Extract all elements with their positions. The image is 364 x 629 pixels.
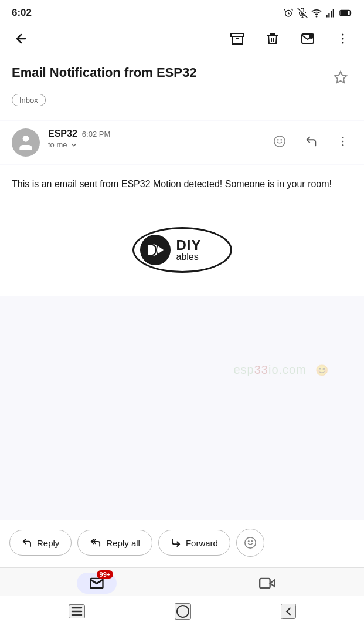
person-icon xyxy=(16,133,35,152)
email-content: Email Notification from ESP32 Inbox ES xyxy=(0,55,364,520)
status-icons xyxy=(283,8,352,18)
emoji-icon xyxy=(244,536,257,549)
forward-button[interactable]: Forward xyxy=(158,530,230,556)
svg-rect-11 xyxy=(231,33,244,36)
reply-all-button[interactable]: Reply all xyxy=(77,530,152,556)
mark-unread-button[interactable] xyxy=(296,27,319,50)
email-body-text: This is an email sent from ESP32 Motion … xyxy=(12,177,352,192)
forward-label: Forward xyxy=(186,538,218,548)
svg-point-18 xyxy=(23,136,29,142)
back-android-button[interactable] xyxy=(281,604,296,619)
chevron-down-icon xyxy=(70,141,78,149)
svg-marker-25 xyxy=(158,246,164,254)
logo-diy-text: DIY xyxy=(176,238,202,252)
email-subject-row: Email Notification from ESP32 xyxy=(12,65,352,89)
svg-rect-8 xyxy=(333,9,334,18)
bottom-nav-icons: 99+ xyxy=(0,573,364,594)
app-bar-right xyxy=(226,27,355,50)
video-nav-icon xyxy=(259,575,275,591)
svg-rect-7 xyxy=(331,11,332,18)
more-button[interactable] xyxy=(331,27,355,50)
svg-rect-6 xyxy=(328,13,329,18)
svg-point-13 xyxy=(309,34,314,39)
recents-button[interactable] xyxy=(69,604,85,618)
action-bar: Reply Reply all Forward xyxy=(0,520,364,567)
battery-icon xyxy=(339,9,352,17)
reply-icon xyxy=(22,537,32,548)
logo-text: DIY ables xyxy=(176,238,202,262)
mail-badge: 99+ xyxy=(97,570,114,579)
watermark: esp33io.com 😊 xyxy=(233,362,329,377)
status-time: 6:02 xyxy=(12,7,32,19)
svg-point-34 xyxy=(177,606,189,617)
reply-all-icon xyxy=(90,537,101,548)
alarm-icon xyxy=(283,8,294,18)
signal-icon xyxy=(325,8,336,18)
nav-mail[interactable]: 99+ xyxy=(77,573,117,594)
inbox-badge: Inbox xyxy=(12,94,46,106)
logo-svg xyxy=(145,239,166,261)
svg-point-14 xyxy=(342,34,344,36)
quick-reply-button[interactable] xyxy=(300,130,323,153)
reply-button[interactable]: Reply xyxy=(9,530,72,556)
wifi-icon xyxy=(311,8,322,18)
email-body: This is an email sent from ESP32 Motion … xyxy=(0,165,364,209)
app-bar xyxy=(0,22,364,55)
bottom-nav: 99+ xyxy=(0,567,364,596)
reply-label: Reply xyxy=(37,538,59,548)
recents-icon xyxy=(70,606,84,617)
android-nav xyxy=(0,596,364,629)
emoji-button[interactable] xyxy=(236,529,264,557)
forward-icon xyxy=(171,537,181,548)
sender-actions xyxy=(268,130,355,153)
to-me-label: to me xyxy=(48,140,67,149)
send-time: 6:02 PM xyxy=(82,130,110,138)
logo-area: DIY ables xyxy=(0,209,364,296)
archive-button[interactable] xyxy=(226,27,249,50)
svg-point-15 xyxy=(342,38,344,40)
svg-point-26 xyxy=(245,537,256,548)
home-button[interactable] xyxy=(175,603,191,620)
logo-icon xyxy=(140,235,171,265)
diy-logo: DIY ables xyxy=(132,227,232,273)
mail-badge-container: 99+ xyxy=(89,575,105,591)
svg-marker-17 xyxy=(335,72,346,83)
message-more-button[interactable] xyxy=(331,130,355,153)
svg-point-16 xyxy=(342,42,344,44)
svg-rect-5 xyxy=(326,15,328,18)
svg-point-24 xyxy=(342,144,344,146)
nav-video[interactable] xyxy=(247,573,287,594)
sender-avatar xyxy=(12,128,40,157)
svg-point-22 xyxy=(342,137,344,138)
email-subject: Email Notification from ESP32 xyxy=(12,65,322,82)
sender-name: ESP32 xyxy=(48,128,77,139)
svg-point-19 xyxy=(274,136,285,147)
email-header-section: Email Notification from ESP32 Inbox xyxy=(0,55,364,120)
svg-point-23 xyxy=(342,141,344,143)
mute-icon xyxy=(297,8,308,18)
star-button[interactable] xyxy=(329,66,352,89)
app-bar-left xyxy=(9,27,33,50)
back-android-icon xyxy=(282,605,295,618)
logo-ables-text: ables xyxy=(176,252,202,262)
home-icon xyxy=(176,604,190,618)
svg-marker-29 xyxy=(270,580,274,587)
delete-button[interactable] xyxy=(261,27,284,50)
svg-rect-30 xyxy=(260,579,270,588)
svg-point-4 xyxy=(316,16,317,17)
sender-section: ESP32 6:02 PM to me xyxy=(0,121,364,164)
reply-all-label: Reply all xyxy=(106,538,140,548)
status-bar: 6:02 xyxy=(0,0,364,22)
emoji-reaction-button[interactable] xyxy=(268,130,291,153)
svg-rect-10 xyxy=(341,11,348,15)
back-button[interactable] xyxy=(9,27,33,50)
